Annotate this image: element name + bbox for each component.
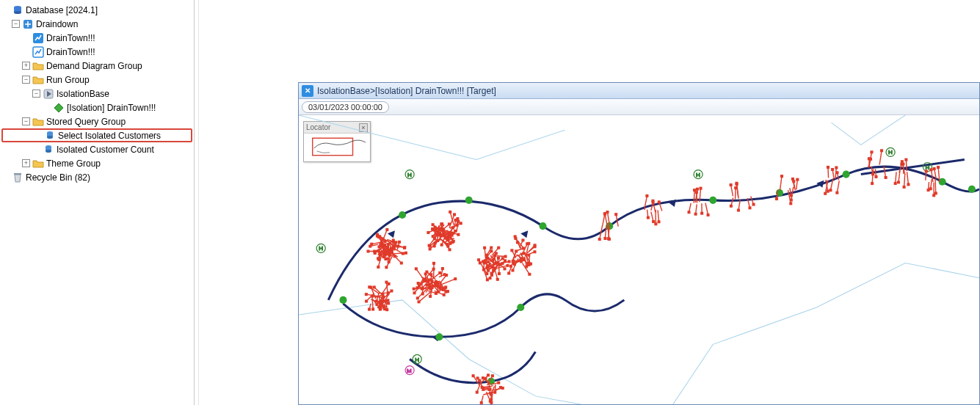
collapse-icon[interactable]: − <box>22 76 30 84</box>
svg-rect-323 <box>377 266 380 269</box>
tree-stored-query-group[interactable]: − Stored Query Group <box>1 114 192 128</box>
tree-isolation-draintown[interactable]: [Isolation] DrainTown!!! <box>1 101 192 114</box>
map-titlebar[interactable]: ✕ IsolationBase>[Isolation] DrainTown!!!… <box>299 83 979 99</box>
tree-recycle-bin[interactable]: Recycle Bin (82) <box>1 170 192 184</box>
svg-rect-315 <box>402 252 404 255</box>
svg-rect-446 <box>432 262 435 265</box>
svg-rect-440 <box>435 292 438 295</box>
tree-label: DrainTown!!! <box>46 33 95 43</box>
svg-rect-656 <box>790 199 793 202</box>
tree-isolation-base[interactable]: − IsolationBase <box>1 87 192 101</box>
svg-rect-660 <box>775 197 778 200</box>
svg-line-594 <box>837 180 839 192</box>
svg-rect-403 <box>451 241 454 244</box>
svg-rect-477 <box>507 260 510 263</box>
svg-rect-341 <box>384 258 387 260</box>
svg-point-31 <box>435 333 443 340</box>
svg-rect-451 <box>490 247 493 249</box>
tree-draintown-2[interactable]: DrainTown!!! <box>1 45 192 59</box>
svg-rect-471 <box>483 261 486 264</box>
svg-point-29 <box>843 171 850 178</box>
svg-line-601 <box>879 150 882 164</box>
svg-rect-416 <box>438 271 441 274</box>
svg-rect-312 <box>396 245 399 248</box>
tree-root-database[interactable]: Database [2024.1] <box>1 3 192 17</box>
svg-rect-345 <box>392 247 395 250</box>
svg-text:H: H <box>415 357 419 363</box>
svg-rect-364 <box>457 220 460 223</box>
svg-rect-687 <box>933 167 936 170</box>
svg-rect-427 <box>425 271 428 274</box>
svg-rect-674 <box>871 182 874 185</box>
svg-rect-638 <box>687 211 690 214</box>
svg-rect-537 <box>520 257 523 260</box>
expand-icon[interactable]: + <box>22 159 30 167</box>
svg-rect-469 <box>490 249 493 252</box>
run-icon <box>43 88 54 100</box>
svg-rect-684 <box>894 182 897 185</box>
svg-rect-414 <box>413 288 415 291</box>
svg-rect-715 <box>472 374 475 377</box>
svg-rect-673 <box>880 149 883 152</box>
svg-rect-729 <box>480 401 483 404</box>
svg-rect-462 <box>482 269 485 271</box>
svg-rect-692 <box>929 187 932 190</box>
svg-rect-508 <box>375 299 378 302</box>
collapse-icon[interactable]: − <box>32 90 40 98</box>
svg-rect-400 <box>449 232 452 235</box>
svg-rect-382 <box>431 227 434 230</box>
tree-draindown[interactable]: − Draindown <box>1 17 192 31</box>
tree-draintown-1[interactable]: DrainTown!!! <box>1 31 192 45</box>
svg-rect-647 <box>736 183 738 186</box>
svg-rect-426 <box>413 291 416 294</box>
svg-rect-494 <box>365 300 368 303</box>
tree-select-isolated-customers[interactable]: Select Isolated Customers <box>1 128 192 142</box>
tree-panel: Database [2024.1] − Draindown <box>0 0 195 405</box>
svg-rect-375 <box>449 248 451 251</box>
svg-rect-444 <box>432 268 435 271</box>
map-title: IsolationBase>[Isolation] DrainTown!!! [… <box>317 86 496 96</box>
tree-demand-group[interactable]: + Demand Diagram Group <box>1 59 192 73</box>
svg-rect-468 <box>495 252 498 255</box>
svg-rect-492 <box>371 307 374 310</box>
svg-marker-18 <box>520 230 528 238</box>
svg-rect-511 <box>385 308 388 311</box>
tree-run-group[interactable]: − Run Group <box>1 73 192 87</box>
svg-rect-543 <box>528 273 531 276</box>
svg-rect-629 <box>645 194 648 197</box>
svg-rect-626 <box>598 238 601 241</box>
svg-rect-484 <box>489 277 492 280</box>
collapse-icon[interactable]: − <box>22 117 30 125</box>
svg-line-591 <box>828 167 829 178</box>
map-canvas[interactable]: Locator × <box>299 115 979 404</box>
main-area: ✕ IsolationBase>[Isolation] DrainTown!!!… <box>199 0 980 405</box>
svg-marker-8 <box>54 103 63 112</box>
svg-rect-667 <box>831 168 834 171</box>
svg-text:H: H <box>319 245 323 252</box>
expand-icon[interactable]: + <box>22 62 30 70</box>
svg-rect-635 <box>652 201 655 204</box>
tree-isolated-customer-count[interactable]: Isolated Customer Count <box>1 142 192 156</box>
svg-rect-311 <box>403 247 406 249</box>
svg-rect-678 <box>897 180 900 183</box>
svg-rect-725 <box>482 388 484 391</box>
map-datetime[interactable]: 03/01/2023 00:00:00 <box>302 101 389 113</box>
svg-rect-470 <box>487 269 490 272</box>
svg-rect-534 <box>511 269 514 271</box>
svg-rect-502 <box>387 291 390 294</box>
tree-theme-group[interactable]: + Theme Group <box>1 156 192 170</box>
svg-rect-437 <box>441 267 444 270</box>
svg-rect-473 <box>501 262 504 265</box>
svg-rect-722 <box>493 391 496 394</box>
svg-rect-625 <box>614 213 617 216</box>
svg-rect-342 <box>379 252 382 255</box>
tree-label: Theme Group <box>46 158 101 169</box>
svg-rect-389 <box>449 236 451 238</box>
svg-point-32 <box>517 304 524 311</box>
svg-rect-636 <box>652 220 655 223</box>
svg-rect-442 <box>446 290 449 293</box>
collapse-icon[interactable]: − <box>12 20 20 28</box>
svg-rect-336 <box>385 266 388 269</box>
svg-rect-335 <box>404 252 407 255</box>
svg-line-242 <box>372 297 373 310</box>
